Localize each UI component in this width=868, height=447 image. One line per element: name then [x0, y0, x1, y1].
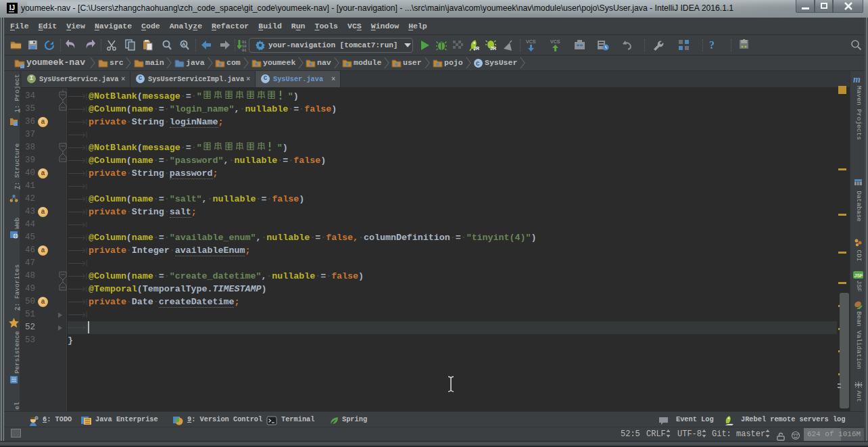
svg-text:C: C: [476, 61, 480, 68]
svg-text:A: A: [182, 41, 186, 47]
svg-text:VCS: VCS: [550, 39, 560, 44]
svg-text:01: 01: [242, 48, 247, 51]
svg-text:VCS: VCS: [526, 39, 536, 44]
svg-text:JR: JR: [490, 46, 496, 51]
svg-text:JSF: JSF: [854, 273, 864, 278]
svg-text:JR: JR: [473, 46, 479, 51]
